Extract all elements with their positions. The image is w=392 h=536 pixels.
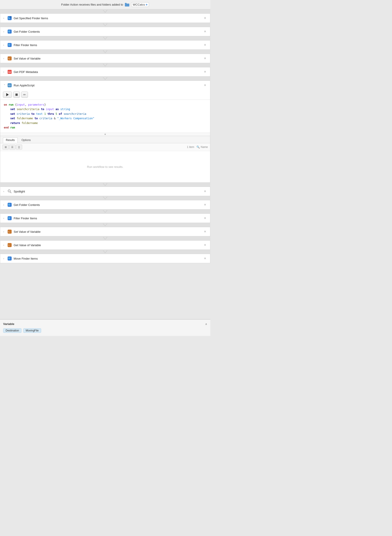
tab-results[interactable]: Results xyxy=(3,137,18,143)
search-label: Name xyxy=(201,146,208,149)
variables-collapse-icon[interactable]: ∧ xyxy=(205,323,207,326)
finder-icon xyxy=(7,16,12,20)
svg-point-22 xyxy=(9,204,10,205)
svg-text:✎: ✎ xyxy=(8,57,10,60)
action-filter-finder-items-2: › Filter Finder Items × xyxy=(0,213,210,223)
action-title-spotlight: Spotlight xyxy=(14,190,201,193)
close-button-3[interactable]: × xyxy=(203,43,207,47)
finder-icon-6 xyxy=(7,256,12,261)
svg-point-32 xyxy=(9,258,10,259)
variables-header: Variable ∧ xyxy=(3,322,207,326)
expand-chevron-icon-12: › xyxy=(3,257,6,260)
results-count: 1 item xyxy=(187,146,194,149)
expand-chevron-icon-5: › xyxy=(3,71,6,73)
applescript-icon: AS xyxy=(7,83,12,88)
variables-title: Variable xyxy=(3,322,14,326)
list-view-button[interactable]: ☰ xyxy=(9,145,15,150)
connector-10 xyxy=(0,223,210,227)
grid-view-button[interactable]: ⊞ xyxy=(2,145,9,150)
run-button[interactable] xyxy=(3,92,12,98)
code-line-4: set foldername to criteria & "_Workers C… xyxy=(4,116,206,121)
results-toolbar: ⊞ ☰ {} 1 item 🔍 Name xyxy=(0,143,210,151)
expand-chevron-icon-7: › xyxy=(3,190,6,193)
action-title-8: Get Folder Contents xyxy=(14,203,201,207)
scroll-indicator xyxy=(0,132,210,136)
finder-icon-2 xyxy=(7,29,12,34)
expand-chevron-icon-3: › xyxy=(3,44,6,46)
folder-selector[interactable]: WCCalcs ⊕ xyxy=(131,2,149,7)
json-view-button[interactable]: {} xyxy=(16,145,22,150)
action-get-folder-contents-2: › Get Folder Contents × xyxy=(0,200,210,209)
close-button-9[interactable]: × xyxy=(203,216,207,220)
search-icon: 🔍 xyxy=(196,146,200,149)
action-spotlight: › Spotlight × xyxy=(0,187,210,196)
variable-icon-1: ✎ xyxy=(7,56,12,61)
svg-point-11 xyxy=(9,44,10,45)
svg-line-19 xyxy=(10,192,11,193)
expand-chevron-icon-9: › xyxy=(3,217,6,220)
action-get-folder-contents: › Get Folder Contents × xyxy=(0,27,210,36)
action-run-applescript: › AS Run AppleScript × ✏ on run {input, … xyxy=(0,80,210,183)
variable-movingfile[interactable]: MovingFile xyxy=(23,328,41,333)
close-button-11[interactable]: × xyxy=(203,243,207,247)
edit-button[interactable]: ✏ xyxy=(21,92,28,98)
action-title-12: Move Finder Items xyxy=(14,257,201,260)
variable-icon-2: ✎ xyxy=(7,229,12,234)
connector-1 xyxy=(0,9,210,14)
connector-5 xyxy=(0,63,210,67)
action-filter-finder-items: › Filter Finder Items × xyxy=(0,40,210,50)
applescript-title: Run AppleScript xyxy=(14,84,201,87)
folder-chevron-icon: ⊕ xyxy=(146,3,147,6)
folder-action-header: Folder Action receives files and folders… xyxy=(0,0,210,9)
action-get-value-variable: › ✎ Get Value of Variable × xyxy=(0,240,210,250)
close-button-10[interactable]: × xyxy=(203,230,207,234)
finder-icon-4 xyxy=(7,202,12,207)
close-button-1[interactable]: × xyxy=(203,16,207,20)
action-set-value-variable-2: › ✎ Set Value of Variable × xyxy=(0,227,210,236)
svg-rect-5 xyxy=(9,16,12,18)
expand-chevron-icon-4: › xyxy=(3,57,6,60)
action-title-5: Get PDF Metadata xyxy=(14,70,201,74)
svg-text:✎: ✎ xyxy=(8,231,10,233)
action-title-10: Set Value of Variable xyxy=(14,230,201,233)
action-title-4: Set Value of Variable xyxy=(14,57,201,60)
close-button-6[interactable]: × xyxy=(203,83,207,87)
action-get-pdf-metadata: › PDF Get PDF Metadata × xyxy=(0,67,210,76)
variables-panel: Variable ∧ Destination MovingFile xyxy=(0,319,210,336)
action-title-2: Get Folder Contents xyxy=(14,30,201,33)
action-title-1: Get Specified Finder Items xyxy=(14,17,201,20)
tab-options[interactable]: Options xyxy=(19,137,33,143)
close-button-4[interactable]: × xyxy=(203,56,207,61)
connector-2 xyxy=(0,23,210,27)
variable-destination[interactable]: Destination xyxy=(3,328,22,333)
close-button-spotlight[interactable]: × xyxy=(203,189,207,193)
close-button-5[interactable]: × xyxy=(203,70,207,74)
finder-icon-5 xyxy=(7,216,12,221)
close-button-12[interactable]: × xyxy=(203,256,207,260)
action-set-value-variable: › ✎ Set Value of Variable × xyxy=(0,54,210,63)
action-move-finder-items: › Move Finder Items × xyxy=(0,254,210,263)
action-title-11: Get Value of Variable xyxy=(14,244,201,247)
empty-results-message: Run workflow to see results. xyxy=(87,165,123,169)
connector-8 xyxy=(0,196,210,200)
svg-text:AS: AS xyxy=(8,84,11,87)
play-icon xyxy=(6,93,9,96)
svg-text:PDF: PDF xyxy=(8,71,11,73)
code-editor[interactable]: on run {input, parameters} set searchcri… xyxy=(0,100,210,132)
connector-6 xyxy=(0,76,210,80)
stop-button[interactable] xyxy=(13,92,20,98)
svg-rect-1 xyxy=(125,3,127,4)
results-search: 🔍 Name xyxy=(196,146,208,149)
folder-icon xyxy=(125,3,129,6)
results-content: Run workflow to see results. xyxy=(0,151,210,182)
svg-point-25 xyxy=(9,217,10,218)
folder-name-label: WCCalcs xyxy=(133,3,145,6)
applescript-toolbar: ✏ xyxy=(0,90,210,100)
edit-pencil-icon: ✏ xyxy=(23,93,26,96)
stop-icon xyxy=(15,94,18,96)
close-button-2[interactable]: × xyxy=(203,29,207,33)
pdf-icon: PDF xyxy=(7,70,12,74)
close-button-8[interactable]: × xyxy=(203,203,207,207)
finder-icon-3 xyxy=(7,43,12,47)
code-line-5: return foldername xyxy=(4,121,206,125)
